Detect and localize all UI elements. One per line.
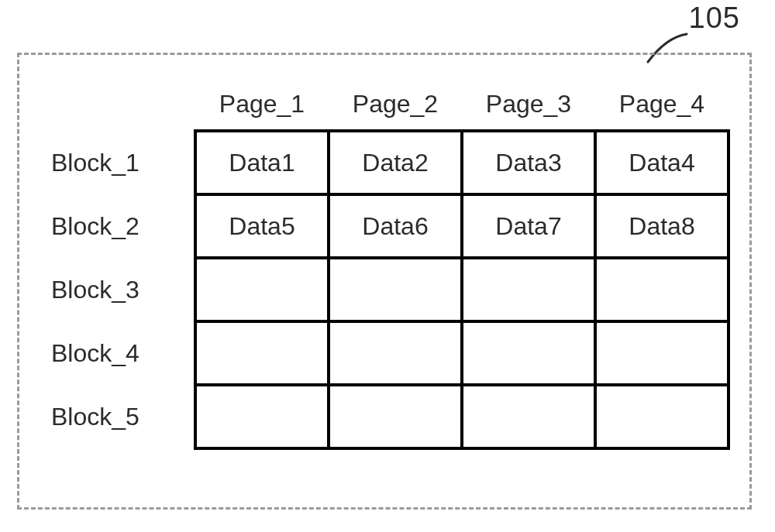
table-row: Block_2 Data5 Data6 Data7 Data8 bbox=[50, 194, 728, 258]
row-header-block-1: Block_1 bbox=[50, 131, 195, 194]
cell: Data3 bbox=[462, 131, 595, 194]
cell bbox=[462, 321, 595, 385]
cell bbox=[195, 321, 329, 385]
cell: Data5 bbox=[195, 194, 329, 258]
memory-table: Page_1 Page_2 Page_3 Page_4 Block_1 Data… bbox=[50, 89, 730, 450]
cell: Data2 bbox=[329, 131, 462, 194]
cell: Data1 bbox=[195, 131, 329, 194]
col-header-page-1: Page_1 bbox=[195, 89, 329, 131]
table-row: Block_5 bbox=[50, 385, 728, 448]
cell bbox=[329, 385, 462, 448]
cell bbox=[462, 385, 595, 448]
cell: Data8 bbox=[595, 194, 728, 258]
cell: Data4 bbox=[595, 131, 728, 194]
column-header-row: Page_1 Page_2 Page_3 Page_4 bbox=[50, 89, 728, 131]
corner-spacer bbox=[50, 89, 195, 131]
cell: Data6 bbox=[329, 194, 462, 258]
cell bbox=[595, 321, 728, 385]
table-row: Block_3 bbox=[50, 258, 728, 321]
row-header-block-5: Block_5 bbox=[50, 385, 195, 448]
col-header-page-3: Page_3 bbox=[462, 89, 595, 131]
cell bbox=[195, 385, 329, 448]
col-header-page-4: Page_4 bbox=[595, 89, 728, 131]
row-header-block-2: Block_2 bbox=[50, 194, 195, 258]
diagram-canvas: 105 Page_1 Page_2 Page_3 Page_4 Block_1 … bbox=[0, 0, 775, 532]
cell bbox=[329, 258, 462, 321]
cell bbox=[462, 258, 595, 321]
table-row: Block_1 Data1 Data2 Data3 Data4 bbox=[50, 131, 728, 194]
cell bbox=[329, 321, 462, 385]
cell bbox=[595, 258, 728, 321]
cell bbox=[195, 258, 329, 321]
cell: Data7 bbox=[462, 194, 595, 258]
cell bbox=[595, 385, 728, 448]
row-header-block-4: Block_4 bbox=[50, 321, 195, 385]
row-header-block-3: Block_3 bbox=[50, 258, 195, 321]
figure-reference-label: 105 bbox=[689, 2, 740, 35]
memory-table-wrap: Page_1 Page_2 Page_3 Page_4 Block_1 Data… bbox=[50, 89, 752, 450]
table-row: Block_4 bbox=[50, 321, 728, 385]
col-header-page-2: Page_2 bbox=[329, 89, 462, 131]
